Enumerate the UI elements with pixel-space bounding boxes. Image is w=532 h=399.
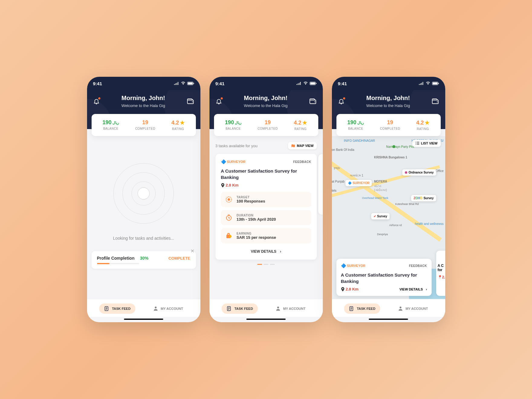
status-time: 9:41 [338,81,347,86]
svg-rect-2 [193,83,194,84]
notification-bell-icon[interactable] [93,98,100,105]
map-poi-label: INIFD GANDHINAGAR [344,139,375,142]
phone-screen-map: 9:41 Morning, John! Welcome to the Hala … [332,77,445,322]
complete-button[interactable]: COMPLETE [168,256,190,261]
task-distance: 2.8 Km [341,287,359,291]
next-card-peek[interactable]: A C for 📍2. [436,251,445,296]
status-icons [174,82,194,85]
list-view-button[interactable]: LIST VIEW [412,140,441,147]
map-pin-ordnance[interactable]: ⬢Ordnance Survey [402,169,436,176]
stat-completed: 19 COMPLETED [380,119,400,131]
greeting-subtitle: Welcome to the Hala Gig [122,103,165,108]
pin-icon [221,183,225,187]
task-target: TARGET 100 Responses [221,192,311,207]
stats-card: 190ريال BALANCE 19 COMPLETED 4.2★ RATING [92,114,196,136]
greeting-title: Morning, John! [244,95,287,102]
map-pin-zoho[interactable]: ZOHOSurvey [411,195,436,201]
wallet-icon[interactable] [187,98,194,104]
nav-task-feed[interactable]: TASK FEED [99,303,135,314]
profile-percent: 30% [140,256,148,261]
account-icon [398,306,403,311]
profile-completion-card: ✕ Profile Completion 30% COMPLETE [92,251,196,269]
map-pin-survey[interactable]: ✔Survey [371,213,390,219]
battery-icon [310,82,317,85]
nav-my-account[interactable]: MY ACCOUNT [148,303,188,314]
svg-point-9 [228,198,230,201]
status-icons [419,82,439,85]
pagination-dots [209,264,323,265]
greeting-title: Morning, John! [122,95,165,102]
loading-text: Looking for tasks and activities... [93,236,194,241]
task-distance: 2.8 Km [221,183,311,187]
greeting: Morning, John! Welcome to the Hala Gig [122,95,165,108]
bottom-nav: TASK FEED MY ACCOUNT [87,299,200,317]
map-task-card[interactable]: 🔷SURVEYOR FEEDBACK A Customer Satisfacti… [336,259,432,296]
account-icon [153,306,158,311]
svg-rect-15 [433,83,437,85]
map-poi-label: Devpriya [377,233,388,236]
map-poi-label: મોટેરા [374,184,381,188]
nav-my-account[interactable]: MY ACCOUNT [393,303,433,314]
task-tag: FEEDBACK [293,160,311,164]
home-indicator[interactable] [369,319,408,320]
nav-task-feed[interactable]: TASK FEED [222,303,258,314]
stat-rating: 4.2★ RATING [294,119,307,131]
pin-icon [341,287,345,291]
home-indicator[interactable] [124,319,163,320]
map-poi-label: tels [332,189,337,192]
task-feed-icon [226,306,232,311]
stat-completed: 19 COMPLETED [135,119,155,131]
map-poi-label: કૃષ્ણા [333,166,340,170]
wifi-icon [426,82,430,85]
map-poi-label: Airforce rd [389,224,402,227]
svg-rect-7 [316,83,316,84]
task-earning: EARNING SAR 15 per response [221,228,311,243]
task-title: A Customer Satisfaction Survey for Banki… [221,168,311,180]
greeting-subtitle: Welcome to the Hala Gig [366,103,410,108]
signal-icon [174,82,179,85]
status-icons [296,82,317,85]
map-poi-label: health and wellnewss [415,222,443,225]
wallet-icon[interactable] [432,98,439,104]
view-details-button[interactable]: VIEW DETAILS› [399,287,427,291]
map-poi-label: KRISHNA Bungalows 1 [374,156,407,159]
map-poi-label: Narnarayn Party Plot [386,145,414,148]
status-bar: 9:41 [87,77,200,90]
stat-rating: 4.2★ RATING [416,119,430,131]
wallet-icon[interactable] [309,98,316,104]
task-list-header: 3 tasks available for you MAP VIEW [209,136,323,154]
task-brand: 🔷SURVEYOR [341,263,366,268]
svg-point-18 [400,307,401,308]
next-card-peek[interactable] [318,154,323,215]
status-time: 9:41 [216,81,225,86]
bottom-nav: TASK FEED MY ACCOUNT [209,299,323,317]
map-poi-label: at Punjab [332,180,345,183]
home-indicator[interactable] [246,319,286,320]
close-icon[interactable]: ✕ [190,248,194,254]
clock-icon [225,214,232,221]
money-icon [225,232,232,239]
bottom-nav: TASK FEED MY ACCOUNT [332,299,445,317]
wifi-icon [181,82,186,85]
notification-bell-icon[interactable] [338,98,345,105]
stat-completed: 19 COMPLETED [258,119,278,131]
signal-icon [419,82,424,85]
task-count: 3 tasks available for you [216,144,258,148]
nav-my-account[interactable]: MY ACCOUNT [271,303,310,314]
task-card[interactable]: 🔷SURVEYOR FEEDBACK A Customer Satisfacti… [216,154,317,260]
task-brand: 🔷SURVEYOR [221,159,246,164]
svg-point-11 [229,235,232,238]
status-bar: 9:41 [209,77,323,90]
chevron-right-icon: › [280,249,281,254]
map-view-button[interactable]: MAP VIEW [288,142,316,149]
notification-bell-icon[interactable] [216,98,222,105]
phone-screen-loading: 9:41 Morning, John! Welcome to the Hala … [87,77,200,322]
greeting: Morning, John! Welcome to the Hala Gig [366,95,410,108]
profile-label: Profile Completion [97,256,135,261]
map-poi-label: (ગાંધીવગર) [374,188,387,192]
status-bar: 9:41 [332,77,445,90]
nav-task-feed[interactable]: TASK FEED [344,303,380,314]
map-poi-label: Koteshwar Bhat Rd [395,203,419,206]
map-pin-surveyor[interactable]: 🔷SURVEYOR [345,180,372,186]
view-details-button[interactable]: VIEW DETAILS › [221,246,311,254]
